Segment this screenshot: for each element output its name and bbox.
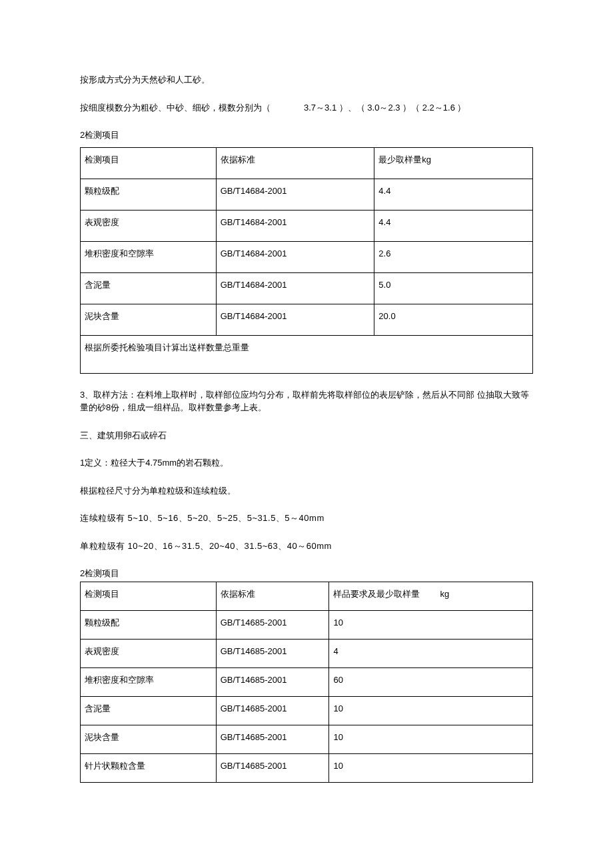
section-title-3: 三、建筑用卵石或碎石: [80, 429, 533, 442]
cell-item: 颗粒级配: [81, 610, 217, 639]
paragraph-sampling-method: 3、取样方法：在料堆上取样时，取样部位应均匀分布，取样前先将取样部位的表层铲除，…: [80, 388, 533, 414]
cell-value: 2.6: [374, 241, 533, 272]
cell-footer: 根据所委托检验项目计算出送样数量总重量: [81, 335, 533, 373]
section-title-2: 2检测项目: [80, 129, 533, 142]
cell-standard: GB/T14685-2001: [216, 696, 329, 725]
paragraph-formation: 按形成方式分为天然砂和人工砂。: [80, 73, 533, 87]
cell-value: 10: [329, 696, 533, 725]
paragraph-grading-types: 根据粒径尺寸分为单粒粒级和连续粒级。: [80, 484, 533, 498]
cell-standard: GB/T14685-2001: [216, 753, 329, 782]
cell-item: 泥块含量: [81, 304, 217, 335]
cell-standard: GB/T14684-2001: [216, 304, 374, 335]
table-header-item: 检测项目: [81, 147, 217, 179]
table-row: 表观密度 GB/T14685-2001 4: [81, 639, 533, 667]
cell-item: 堆积密度和空隙率: [81, 667, 217, 696]
table-gravel-tests: 检测项目 依据标准 样品要求及最少取样量kg 颗粒级配 GB/T14685-20…: [80, 582, 533, 783]
table-sand-tests: 检测项目 依据标准 最少取样量kg 颗粒级配 GB/T14684-2001 4.…: [80, 147, 533, 374]
cell-value: 4.4: [374, 210, 533, 241]
cell-value: 20.0: [374, 304, 533, 335]
cell-standard: GB/T14684-2001: [216, 241, 374, 272]
table-row: 针片状颗粒含量 GB/T14685-2001 10: [81, 753, 533, 782]
cell-item: 表观密度: [81, 210, 217, 241]
table-row: 颗粒级配 GB/T14684-2001 4.4: [81, 179, 533, 210]
modulus-prefix: 按细度模数分为粗砂、中砂、细砂，模数分别为（: [80, 103, 271, 113]
cell-value: 10: [329, 725, 533, 753]
table-header-standard: 依据标准: [216, 147, 374, 179]
cell-standard: GB/T14684-2001: [216, 272, 374, 304]
cell-item: 表观密度: [81, 639, 217, 667]
cell-standard: GB/T14685-2001: [216, 667, 329, 696]
cell-item: 针片状颗粒含量: [81, 753, 217, 782]
cell-item: 泥块含量: [81, 725, 217, 753]
table-row: 检测项目 依据标准 最少取样量kg: [81, 147, 533, 179]
table-row: 堆积密度和空隙率 GB/T14684-2001 2.6: [81, 241, 533, 272]
table-row: 含泥量 GB/T14685-2001 10: [81, 696, 533, 725]
cell-value: 10: [329, 753, 533, 782]
table-header-standard: 依据标准: [216, 582, 329, 610]
section-title-2b: 2检测项目: [80, 567, 533, 580]
table-header-item: 检测项目: [81, 582, 217, 610]
cell-item: 含泥量: [81, 272, 217, 304]
table-row: 堆积密度和空隙率 GB/T14685-2001 60: [81, 667, 533, 696]
modulus-values: 3.7～3.1 ）、（ 3.0～2.3 ）（ 2.2～1.6 ）: [304, 103, 466, 113]
table-row: 泥块含量 GB/T14685-2001 10: [81, 725, 533, 753]
table-row: 颗粒级配 GB/T14685-2001 10: [81, 610, 533, 639]
cell-standard: GB/T14685-2001: [216, 725, 329, 753]
cell-value: 60: [329, 667, 533, 696]
table-row: 表观密度 GB/T14684-2001 4.4: [81, 210, 533, 241]
cell-value: 4: [329, 639, 533, 667]
table-row: 含泥量 GB/T14684-2001 5.0: [81, 272, 533, 304]
table-header-min-sample: 最少取样量kg: [374, 147, 533, 179]
cell-value: 5.0: [374, 272, 533, 304]
paragraph-definition: 1定义：粒径大于4.75mm的岩石颗粒。: [80, 456, 533, 470]
table-row: 泥块含量 GB/T14684-2001 20.0: [81, 304, 533, 335]
cell-standard: GB/T14684-2001: [216, 210, 374, 241]
table-header-sample-req: 样品要求及最少取样量kg: [329, 582, 533, 610]
paragraph-continuous-grades: 连续粒级有 5~10、5~16、5~20、5~25、5~31.5、5～40mm: [80, 512, 533, 525]
table-row: 检测项目 依据标准 样品要求及最少取样量kg: [81, 582, 533, 610]
cell-item: 颗粒级配: [81, 179, 217, 210]
cell-standard: GB/T14685-2001: [216, 639, 329, 667]
cell-item: 堆积密度和空隙率: [81, 241, 217, 272]
cell-item: 含泥量: [81, 696, 217, 725]
cell-standard: GB/T14684-2001: [216, 179, 374, 210]
table-row-footer: 根据所委托检验项目计算出送样数量总重量: [81, 335, 533, 373]
header-sample-text: 样品要求及最少取样量: [333, 589, 420, 599]
header-sample-unit: kg: [440, 589, 449, 599]
paragraph-modulus: 按细度模数分为粗砂、中砂、细砂，模数分别为（3.7～3.1 ）、（ 3.0～2.…: [80, 101, 533, 115]
cell-value: 4.4: [374, 179, 533, 210]
cell-value: 10: [329, 610, 533, 639]
paragraph-single-grades: 单粒粒级有 10~20、16～31.5、20~40、31.5~63、40～60m…: [80, 540, 533, 553]
cell-standard: GB/T14685-2001: [216, 610, 329, 639]
